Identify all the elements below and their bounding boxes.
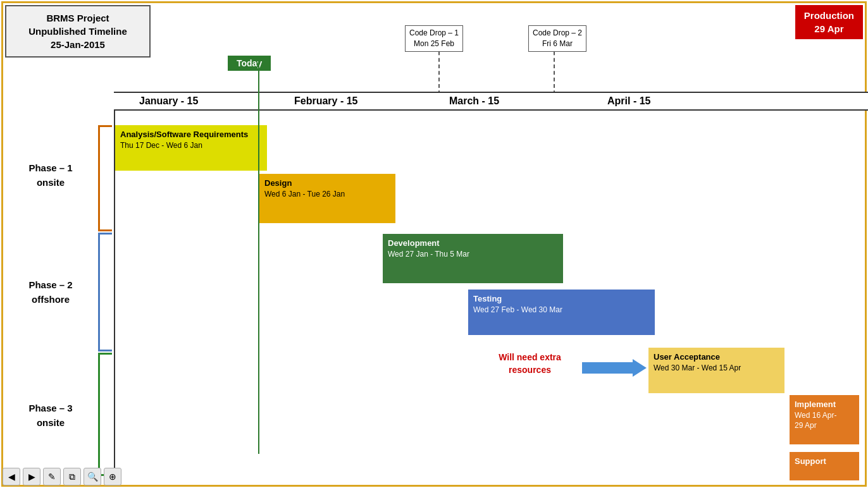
today-marker: Today <box>228 56 271 71</box>
resources-note: Will need extraresources <box>481 351 579 376</box>
bar-analysis-dates: Thu 17 Dec - Wed 6 Jan <box>120 140 262 150</box>
bar-testing: Testing Wed 27 Feb - Wed 30 Mar <box>468 290 655 335</box>
title-box: BRMS Project Unpublished Timeline 25-Jan… <box>5 5 151 58</box>
production-box: Production 29 Apr <box>795 5 863 39</box>
phase-3-label: Phase – 3onsite <box>6 401 95 430</box>
phase-1-label: Phase – 1onsite <box>6 161 95 190</box>
bar-support-title: Support <box>795 456 854 467</box>
code-drop-1: Code Drop – 1 Mon 25 Feb <box>405 25 463 52</box>
arrow-shaft <box>582 362 633 374</box>
arrow <box>582 359 647 377</box>
bar-analysis-title: Analysis/Software Requirements <box>120 129 262 140</box>
month-jan: January - 15 <box>139 95 198 107</box>
month-apr: April - 15 <box>607 95 650 107</box>
month-feb: February - 15 <box>294 95 357 107</box>
production-line1: Production <box>804 9 854 22</box>
month-mar: March - 15 <box>449 95 499 107</box>
phase-3-bracket <box>98 353 112 476</box>
bar-implement-title: Implement <box>795 399 854 410</box>
title-line1: BRMS Project <box>9 11 147 25</box>
bar-ua-dates: Wed 30 Mar - Wed 15 Apr <box>654 363 779 373</box>
month-row: January - 15 February - 15 March - 15 Ap… <box>114 92 868 111</box>
bar-testing-dates: Wed 27 Feb - Wed 30 Mar <box>473 305 650 315</box>
production-line2: 29 Apr <box>804 22 854 35</box>
bar-design-dates: Wed 6 Jan - Tue 26 Jan <box>264 189 390 199</box>
today-box: Today <box>228 56 271 71</box>
bar-design-title: Design <box>264 178 390 189</box>
toolbar-btn-copy[interactable]: ⧉ <box>63 468 81 485</box>
phase-2-bracket <box>98 233 112 351</box>
arrow-head <box>633 359 647 377</box>
bar-implement-dates: Wed 16 Apr-29 Apr <box>795 410 854 430</box>
bar-ua-title: User Acceptance <box>654 351 779 363</box>
code-drop-2: Code Drop – 2 Fri 6 Mar <box>528 25 586 52</box>
toolbar-btn-zoom[interactable]: ⊕ <box>104 468 121 485</box>
bar-implement: Implement Wed 16 Apr-29 Apr <box>790 395 859 444</box>
bar-analysis: Analysis/Software Requirements Thu 17 De… <box>115 125 267 171</box>
toolbar-btn-search[interactable]: 🔍 <box>84 468 101 485</box>
bar-design: Design Wed 6 Jan - Tue 26 Jan <box>259 174 395 223</box>
phase-1-bracket <box>98 125 112 231</box>
bar-development-dates: Wed 27 Jan - Thu 5 Mar <box>388 249 558 259</box>
toolbar: ◀ ▶ ✎ ⧉ 🔍 ⊕ <box>3 468 121 485</box>
bar-development: Development Wed 27 Jan - Thu 5 Mar <box>383 234 563 283</box>
bar-user-acceptance: User Acceptance Wed 30 Mar - Wed 15 Apr <box>648 348 784 393</box>
bar-testing-title: Testing <box>473 293 650 305</box>
toolbar-btn-prev[interactable]: ◀ <box>3 468 20 485</box>
phase-2-label: Phase – 2offshore <box>6 278 95 307</box>
title-line2: Unpublished Timeline <box>9 25 147 38</box>
bar-support: Support <box>790 452 859 480</box>
bar-development-title: Development <box>388 238 558 249</box>
title-line3: 25-Jan-2015 <box>9 38 147 51</box>
code-drop-2-box: Code Drop – 2 Fri 6 Mar <box>528 25 586 52</box>
toolbar-btn-edit[interactable]: ✎ <box>43 468 61 485</box>
today-vertical-line <box>258 56 259 454</box>
toolbar-btn-next[interactable]: ▶ <box>23 468 40 485</box>
code-drop-1-box: Code Drop – 1 Mon 25 Feb <box>405 25 463 52</box>
